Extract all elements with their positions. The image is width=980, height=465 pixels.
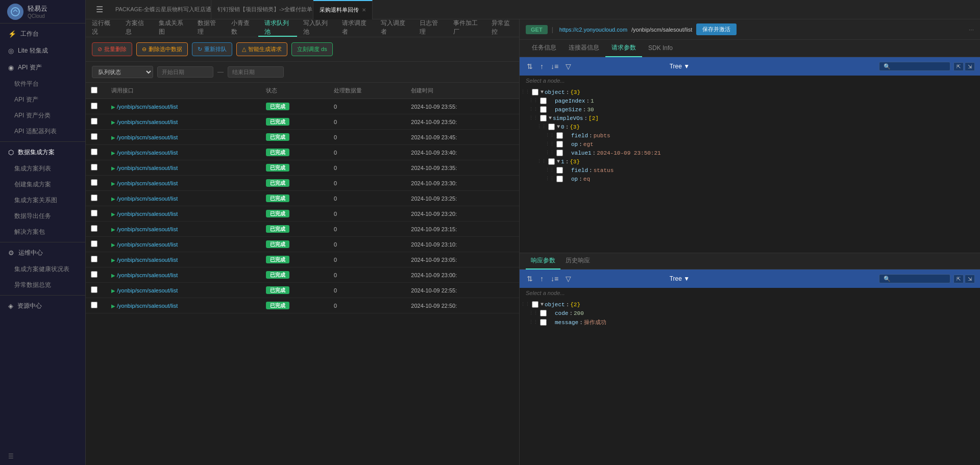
row-checkbox[interactable]: [91, 133, 97, 140]
batch-delete-btn[interactable]: ⊘ 批量删除: [92, 42, 132, 56]
tab-1[interactable]: PACKAGE-全蝶云星辰物料写入旺店通货品档案 ✕: [109, 0, 211, 19]
section-xiao-qing[interactable]: 小青查数: [225, 19, 259, 37]
sidebar-item-lite[interactable]: ◎ Lite 轻集成: [0, 42, 85, 59]
node-checkbox[interactable]: [532, 301, 538, 308]
row-checkbox[interactable]: [91, 210, 97, 216]
section-write-queue[interactable]: 写入队列池: [297, 19, 336, 37]
row-checkbox[interactable]: [91, 271, 97, 278]
resp-collapse-all-btn[interactable]: ↑: [538, 275, 546, 283]
tab-2[interactable]: 钉钉报销【项目报销类】->全蝶付款单【研西】 ✕: [211, 0, 313, 19]
sort-btn[interactable]: ↓≡: [549, 62, 560, 70]
resp-tab-params[interactable]: 响应参数: [526, 253, 560, 270]
row-checkbox[interactable]: [91, 240, 97, 247]
node-checkbox[interactable]: [556, 150, 563, 156]
tab-3-close[interactable]: ✕: [362, 7, 366, 13]
sidebar-item-integration-relation[interactable]: 集成方案关系图: [0, 192, 85, 208]
api-link[interactable]: /yonbip/scm/salesout/list: [117, 104, 178, 110]
more-options-icon[interactable]: ···: [969, 26, 974, 33]
sidebar-item-data-export[interactable]: 数据导出任务: [0, 208, 85, 224]
sidebar-item-integration-health[interactable]: 集成方案健康状况表: [0, 261, 85, 277]
node-checkbox[interactable]: [540, 97, 547, 104]
row-checkbox[interactable]: [91, 149, 97, 155]
start-date-input[interactable]: [157, 66, 213, 78]
expand-arrow[interactable]: ▼: [541, 89, 544, 95]
row-checkbox[interactable]: [91, 164, 97, 170]
select-all-checkbox[interactable]: [91, 87, 97, 93]
row-checkbox[interactable]: [91, 225, 97, 232]
node-checkbox[interactable]: [556, 132, 563, 139]
node-checkbox[interactable]: [532, 89, 538, 95]
tab-task-info[interactable]: 任务信息: [526, 40, 562, 57]
expand-btn[interactable]: ⇱: [953, 62, 964, 71]
hamburger-menu[interactable]: ☰: [90, 5, 109, 14]
api-link[interactable]: /yonbip/scm/salesout/list: [117, 150, 178, 156]
node-checkbox[interactable]: [548, 124, 555, 130]
save-activate-btn[interactable]: 保存并激活: [696, 23, 737, 35]
row-checkbox[interactable]: [91, 118, 97, 125]
api-link[interactable]: /yonbip/scm/salesout/list: [117, 119, 178, 125]
api-link[interactable]: /yonbip/scm/salesout/list: [117, 211, 178, 217]
end-date-input[interactable]: [228, 66, 284, 78]
section-integration-map[interactable]: 集成关系图: [153, 19, 191, 37]
row-checkbox[interactable]: [91, 302, 97, 308]
api-link[interactable]: /yonbip/scm/salesout/list: [117, 257, 178, 263]
tab-sdk-info[interactable]: SDK Info: [642, 40, 679, 57]
tree-search-input[interactable]: [879, 62, 950, 71]
sidebar-item-api-adapter[interactable]: API 适配器列表: [0, 124, 85, 139]
section-data-manage[interactable]: 数据管理: [191, 19, 225, 37]
api-link[interactable]: /yonbip/scm/salesout/list: [117, 195, 178, 202]
section-exception-monitor[interactable]: 异常监控: [485, 19, 519, 37]
expand-all-btn[interactable]: ⇅: [525, 62, 535, 70]
section-write-scheduler[interactable]: 写入调度者: [375, 19, 413, 37]
schedule-btn[interactable]: 立刻调度 ds: [291, 42, 333, 56]
expand-arrow[interactable]: ▼: [557, 124, 560, 130]
expand-arrow[interactable]: ▼: [557, 159, 560, 164]
tab-3[interactable]: 采购退料单回传 ✕: [313, 0, 373, 19]
sidebar-item-workbench[interactable]: ⚡ 工作台: [0, 26, 85, 42]
api-link[interactable]: /yonbip/scm/salesout/list: [117, 226, 178, 232]
api-link[interactable]: /yonbip/scm/salesout/list: [117, 241, 178, 248]
sidebar-item-ops-center[interactable]: ⚙ 运维中心: [0, 244, 85, 261]
filter-btn[interactable]: ▽: [564, 62, 573, 70]
sidebar-item-exception-overview[interactable]: 异常数据总览: [0, 277, 85, 293]
api-link[interactable]: /yonbip/scm/salesout/list: [117, 287, 178, 293]
expand-arrow[interactable]: ▼: [541, 302, 544, 307]
section-log-manage[interactable]: 日志管理: [413, 19, 447, 37]
collapse-all-btn[interactable]: ↑: [538, 62, 546, 70]
section-event-factory[interactable]: 事件加工厂: [447, 19, 486, 37]
sidebar-item-solution-package[interactable]: 解决方案包: [0, 224, 85, 240]
sidebar-item-data-integration[interactable]: ⬡ 数据集成方案: [0, 144, 85, 161]
sidebar-item-integration-list[interactable]: 集成方案列表: [0, 161, 85, 177]
row-checkbox[interactable]: [91, 286, 97, 293]
resp-expand-btn[interactable]: ⇱: [953, 275, 964, 283]
resp-filter-btn[interactable]: ▽: [564, 275, 573, 283]
api-link[interactable]: /yonbip/scm/salesout/list: [117, 303, 178, 309]
ai-generate-btn[interactable]: △ 智能生成请求: [236, 42, 287, 56]
node-checkbox[interactable]: [556, 176, 563, 182]
api-link[interactable]: /yonbip/scm/salesout/list: [117, 180, 178, 186]
sidebar-item-create-integration[interactable]: 创建集成方案: [0, 177, 85, 192]
node-checkbox[interactable]: [540, 310, 547, 316]
node-checkbox[interactable]: [548, 158, 555, 165]
sidebar-hamburger-bottom[interactable]: ☰: [0, 448, 85, 465]
sidebar-item-resource-center[interactable]: ◈ 资源中心: [0, 298, 85, 314]
section-run-overview[interactable]: 运行概况: [86, 19, 119, 37]
node-checkbox[interactable]: [540, 106, 547, 113]
row-checkbox[interactable]: [91, 103, 97, 109]
section-request-queue[interactable]: 请求队列池: [258, 19, 297, 37]
resp-expand-all-btn[interactable]: ⇅: [525, 275, 535, 283]
sidebar-item-api-resource[interactable]: API 资产: [0, 92, 85, 108]
api-link[interactable]: /yonbip/scm/salesout/list: [117, 165, 178, 171]
row-checkbox[interactable]: [91, 194, 97, 201]
row-checkbox[interactable]: [91, 256, 97, 262]
node-checkbox[interactable]: [540, 115, 547, 121]
expand-arrow[interactable]: ▼: [549, 115, 552, 121]
resp-collapse-btn[interactable]: ⇲: [965, 275, 975, 283]
resp-tree-search-input[interactable]: [879, 274, 950, 283]
sidebar-item-software-platform[interactable]: 软件平台: [0, 76, 85, 92]
node-checkbox[interactable]: [556, 167, 563, 174]
api-link[interactable]: /yonbip/scm/salesout/list: [117, 134, 178, 140]
tab-connector-info[interactable]: 连接器信息: [562, 40, 605, 57]
queue-status-filter[interactable]: 队列状态: [92, 66, 153, 78]
node-checkbox[interactable]: [540, 319, 547, 326]
